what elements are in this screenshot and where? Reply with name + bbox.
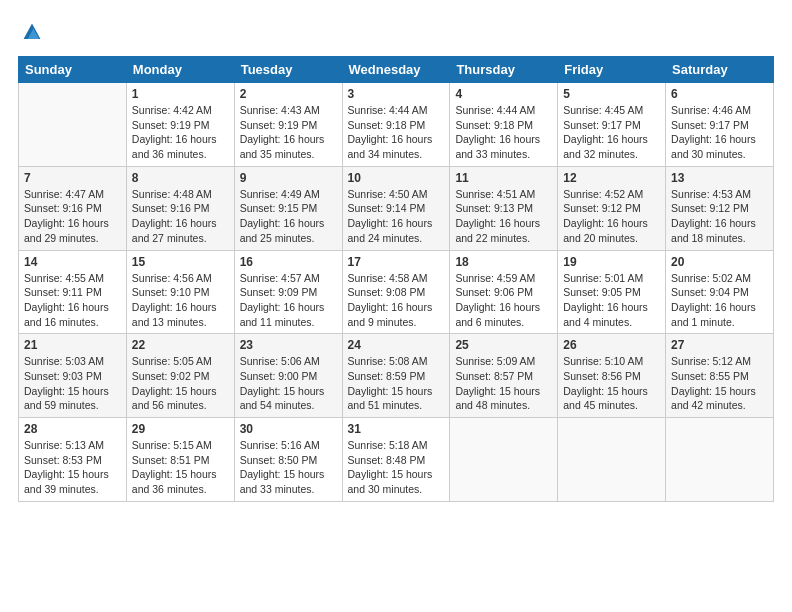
day-number: 6 (671, 87, 768, 101)
calendar-day-cell: 6Sunrise: 4:46 AMSunset: 9:17 PMDaylight… (666, 83, 774, 167)
calendar-day-cell: 10Sunrise: 4:50 AMSunset: 9:14 PMDayligh… (342, 166, 450, 250)
logo-icon (18, 18, 46, 46)
calendar-day-cell: 4Sunrise: 4:44 AMSunset: 9:18 PMDaylight… (450, 83, 558, 167)
header (18, 18, 774, 46)
day-number: 7 (24, 171, 121, 185)
calendar-day-cell: 9Sunrise: 4:49 AMSunset: 9:15 PMDaylight… (234, 166, 342, 250)
calendar-week-row: 14Sunrise: 4:55 AMSunset: 9:11 PMDayligh… (19, 250, 774, 334)
day-info: Sunrise: 4:50 AMSunset: 9:14 PMDaylight:… (348, 187, 445, 246)
day-info: Sunrise: 5:02 AMSunset: 9:04 PMDaylight:… (671, 271, 768, 330)
day-number: 25 (455, 338, 552, 352)
calendar-day-cell: 27Sunrise: 5:12 AMSunset: 8:55 PMDayligh… (666, 334, 774, 418)
day-info: Sunrise: 4:46 AMSunset: 9:17 PMDaylight:… (671, 103, 768, 162)
day-info: Sunrise: 5:06 AMSunset: 9:00 PMDaylight:… (240, 354, 337, 413)
page: SundayMondayTuesdayWednesdayThursdayFrid… (0, 0, 792, 512)
day-number: 10 (348, 171, 445, 185)
day-number: 28 (24, 422, 121, 436)
calendar-day-cell: 20Sunrise: 5:02 AMSunset: 9:04 PMDayligh… (666, 250, 774, 334)
day-number: 31 (348, 422, 445, 436)
day-number: 29 (132, 422, 229, 436)
day-number: 11 (455, 171, 552, 185)
day-info: Sunrise: 4:48 AMSunset: 9:16 PMDaylight:… (132, 187, 229, 246)
day-number: 12 (563, 171, 660, 185)
day-info: Sunrise: 4:51 AMSunset: 9:13 PMDaylight:… (455, 187, 552, 246)
day-number: 18 (455, 255, 552, 269)
day-info: Sunrise: 5:03 AMSunset: 9:03 PMDaylight:… (24, 354, 121, 413)
weekday-header-wednesday: Wednesday (342, 57, 450, 83)
day-info: Sunrise: 4:44 AMSunset: 9:18 PMDaylight:… (455, 103, 552, 162)
calendar-day-cell: 18Sunrise: 4:59 AMSunset: 9:06 PMDayligh… (450, 250, 558, 334)
day-info: Sunrise: 4:49 AMSunset: 9:15 PMDaylight:… (240, 187, 337, 246)
calendar-day-cell (558, 418, 666, 502)
day-info: Sunrise: 5:05 AMSunset: 9:02 PMDaylight:… (132, 354, 229, 413)
day-info: Sunrise: 4:55 AMSunset: 9:11 PMDaylight:… (24, 271, 121, 330)
day-info: Sunrise: 4:44 AMSunset: 9:18 PMDaylight:… (348, 103, 445, 162)
day-number: 5 (563, 87, 660, 101)
day-number: 22 (132, 338, 229, 352)
calendar-day-cell: 3Sunrise: 4:44 AMSunset: 9:18 PMDaylight… (342, 83, 450, 167)
calendar-day-cell: 21Sunrise: 5:03 AMSunset: 9:03 PMDayligh… (19, 334, 127, 418)
calendar-day-cell: 29Sunrise: 5:15 AMSunset: 8:51 PMDayligh… (126, 418, 234, 502)
day-info: Sunrise: 4:59 AMSunset: 9:06 PMDaylight:… (455, 271, 552, 330)
day-number: 30 (240, 422, 337, 436)
day-info: Sunrise: 5:01 AMSunset: 9:05 PMDaylight:… (563, 271, 660, 330)
day-info: Sunrise: 5:15 AMSunset: 8:51 PMDaylight:… (132, 438, 229, 497)
calendar-day-cell: 14Sunrise: 4:55 AMSunset: 9:11 PMDayligh… (19, 250, 127, 334)
day-info: Sunrise: 5:12 AMSunset: 8:55 PMDaylight:… (671, 354, 768, 413)
weekday-header-row: SundayMondayTuesdayWednesdayThursdayFrid… (19, 57, 774, 83)
day-info: Sunrise: 5:08 AMSunset: 8:59 PMDaylight:… (348, 354, 445, 413)
day-number: 21 (24, 338, 121, 352)
weekday-header-tuesday: Tuesday (234, 57, 342, 83)
calendar-day-cell: 11Sunrise: 4:51 AMSunset: 9:13 PMDayligh… (450, 166, 558, 250)
weekday-header-thursday: Thursday (450, 57, 558, 83)
weekday-header-friday: Friday (558, 57, 666, 83)
day-info: Sunrise: 4:43 AMSunset: 9:19 PMDaylight:… (240, 103, 337, 162)
calendar-day-cell: 22Sunrise: 5:05 AMSunset: 9:02 PMDayligh… (126, 334, 234, 418)
calendar-day-cell: 12Sunrise: 4:52 AMSunset: 9:12 PMDayligh… (558, 166, 666, 250)
calendar-table: SundayMondayTuesdayWednesdayThursdayFrid… (18, 56, 774, 502)
calendar-day-cell: 19Sunrise: 5:01 AMSunset: 9:05 PMDayligh… (558, 250, 666, 334)
calendar-day-cell: 28Sunrise: 5:13 AMSunset: 8:53 PMDayligh… (19, 418, 127, 502)
calendar-week-row: 1Sunrise: 4:42 AMSunset: 9:19 PMDaylight… (19, 83, 774, 167)
weekday-header-sunday: Sunday (19, 57, 127, 83)
day-number: 8 (132, 171, 229, 185)
day-number: 17 (348, 255, 445, 269)
day-info: Sunrise: 5:09 AMSunset: 8:57 PMDaylight:… (455, 354, 552, 413)
calendar-day-cell: 7Sunrise: 4:47 AMSunset: 9:16 PMDaylight… (19, 166, 127, 250)
day-number: 16 (240, 255, 337, 269)
day-number: 3 (348, 87, 445, 101)
calendar-day-cell: 5Sunrise: 4:45 AMSunset: 9:17 PMDaylight… (558, 83, 666, 167)
calendar-day-cell (666, 418, 774, 502)
calendar-day-cell: 30Sunrise: 5:16 AMSunset: 8:50 PMDayligh… (234, 418, 342, 502)
weekday-header-monday: Monday (126, 57, 234, 83)
day-number: 24 (348, 338, 445, 352)
day-number: 15 (132, 255, 229, 269)
day-number: 2 (240, 87, 337, 101)
day-number: 19 (563, 255, 660, 269)
day-info: Sunrise: 4:42 AMSunset: 9:19 PMDaylight:… (132, 103, 229, 162)
calendar-week-row: 21Sunrise: 5:03 AMSunset: 9:03 PMDayligh… (19, 334, 774, 418)
calendar-day-cell: 16Sunrise: 4:57 AMSunset: 9:09 PMDayligh… (234, 250, 342, 334)
day-number: 1 (132, 87, 229, 101)
day-info: Sunrise: 5:16 AMSunset: 8:50 PMDaylight:… (240, 438, 337, 497)
day-info: Sunrise: 4:53 AMSunset: 9:12 PMDaylight:… (671, 187, 768, 246)
calendar-day-cell: 13Sunrise: 4:53 AMSunset: 9:12 PMDayligh… (666, 166, 774, 250)
day-info: Sunrise: 5:10 AMSunset: 8:56 PMDaylight:… (563, 354, 660, 413)
calendar-day-cell (19, 83, 127, 167)
day-info: Sunrise: 4:45 AMSunset: 9:17 PMDaylight:… (563, 103, 660, 162)
day-info: Sunrise: 5:18 AMSunset: 8:48 PMDaylight:… (348, 438, 445, 497)
day-number: 14 (24, 255, 121, 269)
day-number: 9 (240, 171, 337, 185)
calendar-day-cell: 8Sunrise: 4:48 AMSunset: 9:16 PMDaylight… (126, 166, 234, 250)
day-info: Sunrise: 5:13 AMSunset: 8:53 PMDaylight:… (24, 438, 121, 497)
calendar-day-cell: 24Sunrise: 5:08 AMSunset: 8:59 PMDayligh… (342, 334, 450, 418)
calendar-day-cell: 23Sunrise: 5:06 AMSunset: 9:00 PMDayligh… (234, 334, 342, 418)
calendar-day-cell: 26Sunrise: 5:10 AMSunset: 8:56 PMDayligh… (558, 334, 666, 418)
day-info: Sunrise: 4:58 AMSunset: 9:08 PMDaylight:… (348, 271, 445, 330)
calendar-week-row: 7Sunrise: 4:47 AMSunset: 9:16 PMDaylight… (19, 166, 774, 250)
day-number: 20 (671, 255, 768, 269)
calendar-day-cell (450, 418, 558, 502)
calendar-day-cell: 15Sunrise: 4:56 AMSunset: 9:10 PMDayligh… (126, 250, 234, 334)
day-info: Sunrise: 4:47 AMSunset: 9:16 PMDaylight:… (24, 187, 121, 246)
day-number: 4 (455, 87, 552, 101)
